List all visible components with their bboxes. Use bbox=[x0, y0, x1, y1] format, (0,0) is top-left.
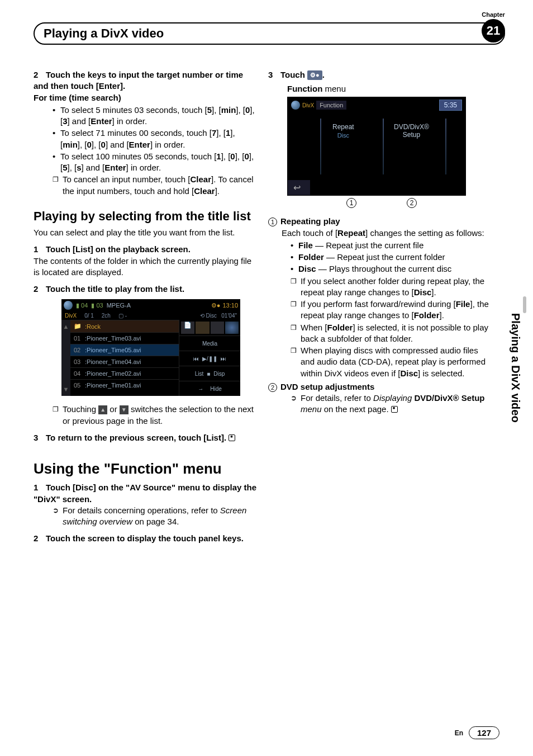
func-step-1-ref-item: For details concerning operations, refer… bbox=[53, 505, 257, 528]
ls-transport: ⏮▶/❚❚⏭ bbox=[179, 351, 240, 366]
fs-top: DivX Function 5:35 bbox=[288, 97, 465, 113]
ls-seg04: ▮ 04 bbox=[76, 302, 88, 309]
repeat-note-4: When playing discs with compressed audio… bbox=[291, 345, 492, 379]
ls-row-4: 04: Pioneer_Time02.avi bbox=[70, 367, 179, 379]
ls-row-1: 01: Pioneer_Time03.avi bbox=[70, 332, 179, 344]
right-column: 3Touch ⚙●. Function menu DivX Function 5… bbox=[268, 66, 492, 545]
repeat-folder: Folder — Repeat just the current folder bbox=[291, 252, 492, 263]
page-header: Playing a DivX video Chapter 21 bbox=[34, 22, 505, 49]
ls-thumbs: 📄 bbox=[179, 320, 240, 336]
circled-1: 1 bbox=[268, 218, 277, 226]
marker-2: 2 bbox=[407, 198, 417, 208]
fs-repeat: Repeat Disc bbox=[332, 123, 354, 139]
clear-note-item: To cancel an input number, touch [Clear]… bbox=[53, 174, 257, 197]
fs-setup: DVD/DivX® Setup bbox=[394, 123, 429, 139]
function-menu-icon: ⚙● bbox=[307, 70, 322, 80]
ls-top-bar: ▮ 04 ▮ 03 MPEG-A ⚙●13:10 bbox=[61, 299, 240, 311]
fs-div-1 bbox=[320, 119, 321, 174]
disc-icon bbox=[64, 301, 73, 310]
item-2-ref: For details, refer to Displaying DVD/Div… bbox=[268, 393, 492, 415]
header-pill: Playing a DivX video Chapter 21 bbox=[34, 22, 505, 45]
chapter-number: 21 bbox=[482, 19, 505, 42]
fs-div-2 bbox=[383, 119, 384, 174]
thumb-icon: 📄 bbox=[181, 322, 194, 334]
prev-icon: ⏮ bbox=[193, 356, 199, 362]
item-1-intro: Each touch of [Repeat] changes the setti… bbox=[282, 228, 492, 239]
repeat-note-2: If you perform fast forward/rewind durin… bbox=[291, 299, 492, 322]
repeat-options: File — Repeat just the current file Fold… bbox=[268, 240, 492, 275]
bullet-2: To select 71 minutes 00 seconds, touch [… bbox=[53, 127, 257, 150]
fs-body: Repeat Disc DVD/DivX® Setup bbox=[288, 113, 465, 180]
up-page-icon: ▲ bbox=[98, 405, 107, 414]
repeat-note-3: When [Folder] is selected, it is not pos… bbox=[291, 322, 492, 345]
repeat-disc: Disc — Plays throughout the current disc bbox=[291, 263, 492, 275]
repeat-notes: If you select another folder during repe… bbox=[268, 276, 492, 379]
arrow-icon: → bbox=[198, 386, 203, 392]
func-step-1: 1Touch [Disc] on the "AV Source" menu to… bbox=[34, 482, 257, 505]
ls-sub-bar: DivX 0/ 1 2ch ▢ - ⟲ Disc 01'04" bbox=[61, 311, 240, 320]
end-mark-icon bbox=[229, 434, 235, 441]
thumb-3 bbox=[225, 322, 239, 334]
section-function-menu: Using the "Function" menu bbox=[34, 460, 257, 478]
fs-label: Function bbox=[316, 101, 346, 110]
repeat-note-1: If you select another folder during repe… bbox=[291, 276, 492, 299]
end-mark-icon bbox=[391, 406, 398, 413]
func-step-2: 2Touch the screen to display the touch p… bbox=[34, 533, 257, 544]
fs-back-icon: ↩ bbox=[288, 180, 310, 195]
section-title-list: Playing by selecting from the title list bbox=[34, 209, 257, 224]
step-2-sub: For time (time search) bbox=[34, 92, 257, 103]
ls-clock: ⚙●13:10 bbox=[211, 302, 238, 309]
thumb-1 bbox=[196, 322, 209, 334]
ls-codec: MPEG-A bbox=[107, 302, 131, 309]
list-paging-note: Touching ▲ or ▼ switches the selection t… bbox=[34, 404, 257, 427]
down-page-icon: ▼ bbox=[120, 405, 129, 414]
func-step-3: 3Touch ⚙●. bbox=[268, 69, 492, 81]
list-step-1-body: The contents of the folder in which the … bbox=[34, 256, 257, 278]
circled-2: 2 bbox=[268, 383, 277, 392]
bullet-3: To select 100 minutes 05 seconds, touch … bbox=[53, 151, 257, 174]
playlist-screenshot: ▮ 04 ▮ 03 MPEG-A ⚙●13:10 DivX 0/ 1 2ch ▢… bbox=[61, 299, 240, 396]
ls-right-panel: 📄 Media ⏮▶/❚❚⏭ List■Disp →Hide bbox=[179, 320, 240, 396]
func-step-1-ref: For details concerning operations, refer… bbox=[34, 505, 257, 528]
ls-row-3: 03: Pioneer_Time04.avi bbox=[70, 356, 179, 367]
play-pause-icon: ▶/❚❚ bbox=[202, 356, 217, 362]
footer-page: 127 bbox=[469, 726, 499, 739]
ls-row-2: 02: Pioneer_Time05.avi bbox=[70, 344, 179, 356]
step-2-header: 2Touch the keys to input the target numb… bbox=[34, 69, 257, 92]
chapter-label: Chapter bbox=[482, 11, 505, 18]
bullet-1: To select 5 minutes 03 seconds, touch [5… bbox=[53, 105, 257, 127]
ls-media-btn: Media bbox=[179, 336, 240, 351]
list-step-1: 1Touch [List] on the playback screen. bbox=[34, 244, 257, 255]
page-footer: En 127 bbox=[455, 726, 499, 739]
side-accent-bar bbox=[523, 296, 526, 313]
list-step-3: 3To return to the previous screen, touch… bbox=[34, 432, 257, 443]
item-2-heading: 2DVD setup adjustments bbox=[268, 381, 492, 393]
step-2-text: Touch the keys to input the target numbe… bbox=[34, 70, 243, 91]
ls-folder-row: 📁: Rock bbox=[70, 320, 179, 332]
ls-list-row: List■Disp bbox=[179, 366, 240, 381]
function-menu-caption: Function menu bbox=[287, 84, 492, 93]
list-intro: You can select and play the title you wa… bbox=[34, 227, 257, 238]
ls-seg03: ▮ 03 bbox=[91, 302, 103, 309]
item-2-ref-item: For details, refer to Displaying DVD/Div… bbox=[291, 393, 492, 415]
step-2-number: 2 bbox=[34, 69, 46, 81]
time-search-bullets: To select 5 minutes 03 seconds, touch [5… bbox=[34, 105, 257, 174]
fs-time: 5:35 bbox=[439, 100, 462, 111]
side-tab-label: Playing a DivX video bbox=[509, 313, 522, 423]
marker-1: 1 bbox=[346, 198, 356, 208]
ls-row-5: 05: Pioneer_Time01.avi bbox=[70, 379, 179, 391]
fs-markers: 1 2 bbox=[346, 198, 492, 208]
ls-rows: 📁: Rock 01: Pioneer_Time03.avi 02: Pione… bbox=[70, 320, 179, 396]
footer-lang: En bbox=[455, 729, 463, 737]
item-1-heading: 1Repeating play bbox=[268, 216, 492, 227]
next-icon: ⏭ bbox=[221, 356, 226, 362]
clear-note: To cancel an input number, touch [Clear]… bbox=[34, 174, 257, 197]
left-column: 2Touch the keys to input the target numb… bbox=[34, 66, 257, 545]
repeat-file: File — Repeat just the current file bbox=[291, 240, 492, 251]
list-paging-note-item: Touching ▲ or ▼ switches the selection t… bbox=[53, 404, 257, 427]
up-chevron-icon: ▲ bbox=[63, 323, 69, 330]
disc-icon bbox=[291, 101, 300, 110]
header-title: Playing a DivX video bbox=[44, 26, 164, 41]
chapter-badge: Chapter 21 bbox=[482, 11, 505, 42]
fs-div-3 bbox=[445, 119, 446, 174]
